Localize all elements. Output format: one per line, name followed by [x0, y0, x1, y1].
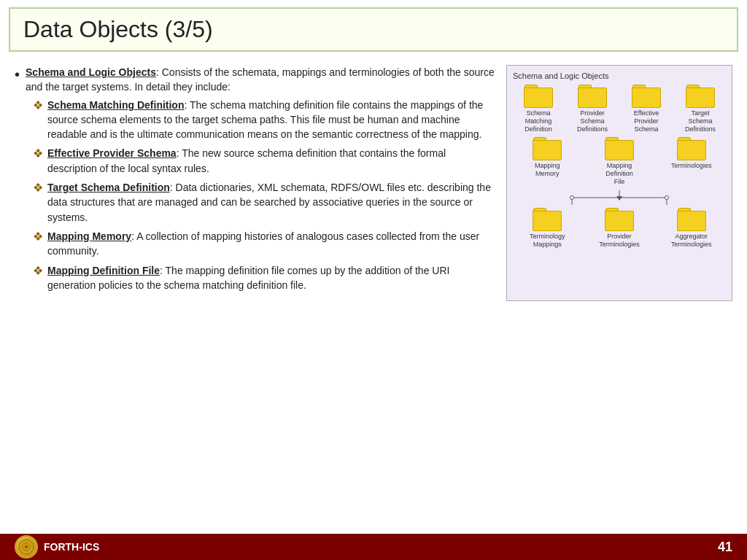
- folder-label-3: EffectiveProviderSchema: [634, 109, 659, 133]
- sub-item-3: ❖ Target Schema Definition: Data diction…: [33, 180, 495, 225]
- folder-icon-2: [578, 85, 607, 108]
- folder-schema-matching: SchemaMatchingDefinition: [513, 85, 564, 133]
- footer-page-number: 41: [718, 540, 732, 555]
- folder-icon-7: [677, 137, 706, 160]
- sub-item-5: ❖ Mapping Definition File: The mapping d…: [33, 263, 495, 293]
- folder-mapping-memory: MappingMemory: [513, 137, 582, 185]
- diamond-icon-5: ❖: [33, 263, 43, 279]
- diagram-row2: MappingMemory MappingDefinitionFile Term…: [513, 137, 726, 185]
- sub-content-1: Schema Matching Definition: The schema m…: [47, 98, 495, 142]
- diamond-icon-4: ❖: [33, 229, 43, 245]
- footer-org-name: FORTH-ICS: [44, 541, 99, 553]
- main-bullet: • Schema and Logic Objects: Consists of …: [15, 65, 495, 297]
- svg-marker-1: [616, 196, 622, 201]
- svg-point-9: [25, 545, 28, 548]
- diamond-icon-3: ❖: [33, 180, 43, 196]
- sub-item-1: ❖ Schema Matching Definition: The schema…: [33, 98, 495, 142]
- bullet-dot: •: [15, 65, 20, 297]
- footer: FORTH-ICS 41: [0, 534, 747, 560]
- sub-bullets: ❖ Schema Matching Definition: The schema…: [26, 98, 495, 293]
- folder-effective-provider: EffectiveProviderSchema: [621, 85, 672, 133]
- folder-label-9: ProviderTerminologies: [599, 233, 640, 249]
- diagram-row3: TerminologyMappings ProviderTerminologie…: [513, 208, 726, 249]
- diamond-icon-2: ❖: [33, 146, 43, 162]
- folder-icon-3: [632, 85, 661, 108]
- folder-label-10: AggregatorTerminologies: [671, 233, 712, 249]
- sub-item-4: ❖ Mapping Memory: A collection of mappin…: [33, 229, 495, 259]
- sub-content-5: Mapping Definition File: The mapping def…: [47, 263, 495, 293]
- title-bar: Data Objects (3/5): [9, 7, 738, 52]
- folder-target-schema: TargetSchemaDefinitions: [675, 85, 726, 133]
- sub-content-4: Mapping Memory: A collection of mapping …: [47, 229, 495, 259]
- sub-content-3: Target Schema Definition: Data dictionar…: [47, 180, 495, 225]
- svg-point-6: [665, 195, 669, 199]
- folder-icon-6: [605, 137, 634, 160]
- diagram-area: Schema and Logic Objects SchemaMatchingD…: [506, 65, 732, 301]
- forth-ics-logo: [15, 535, 38, 559]
- footer-left: FORTH-ICS: [15, 535, 99, 559]
- connector-svg: [514, 190, 725, 206]
- sub-term-3: Target Schema Definition: [47, 182, 170, 193]
- page-title: Data Objects (3/5): [23, 16, 724, 43]
- folder-provider-schema: ProviderSchemaDefinitions: [567, 85, 618, 133]
- sub-content-2: Effective Provider Schema: The new sourc…: [47, 146, 495, 176]
- bullet-content: Schema and Logic Objects: Consists of th…: [26, 65, 495, 297]
- folder-terminologies: Terminologies: [657, 137, 726, 185]
- folder-icon-10: [677, 208, 706, 231]
- folder-icon-5: [533, 137, 562, 160]
- folder-aggregator-terminologies: AggregatorTerminologies: [657, 208, 726, 249]
- sub-term-5: Mapping Definition File: [47, 265, 160, 276]
- folder-label-8: TerminologyMappings: [530, 233, 565, 249]
- main-content: • Schema and Logic Objects: Consists of …: [0, 58, 747, 301]
- folder-icon-1: [524, 85, 553, 108]
- folder-label-5: MappingMemory: [535, 162, 560, 178]
- diagram-row1: SchemaMatchingDefinition ProviderSchemaD…: [513, 85, 726, 133]
- diagram-title: Schema and Logic Objects: [513, 71, 726, 80]
- folder-mapping-def: MappingDefinitionFile: [585, 137, 654, 185]
- folder-terminology-mappings: TerminologyMappings: [513, 208, 582, 249]
- folder-label-6: MappingDefinitionFile: [605, 162, 633, 185]
- main-term: Schema and Logic Objects: [26, 66, 156, 78]
- folder-icon-8: [533, 208, 562, 231]
- folder-icon-9: [605, 208, 634, 231]
- folder-icon-4: [686, 85, 715, 108]
- folder-label-4: TargetSchemaDefinitions: [685, 109, 716, 133]
- sub-item-2: ❖ Effective Provider Schema: The new sou…: [33, 146, 495, 176]
- folder-label-2: ProviderSchemaDefinitions: [577, 109, 608, 133]
- text-area: • Schema and Logic Objects: Consists of …: [15, 65, 495, 301]
- folder-provider-terminologies: ProviderTerminologies: [585, 208, 654, 249]
- sub-term-1: Schema Matching Definition: [47, 99, 184, 111]
- svg-point-5: [570, 195, 574, 199]
- diamond-icon-1: ❖: [33, 98, 43, 114]
- folder-label-1: SchemaMatchingDefinition: [525, 109, 552, 133]
- sub-term-2: Effective Provider Schema: [47, 147, 177, 159]
- sub-term-4: Mapping Memory: [47, 230, 131, 242]
- folder-label-7: Terminologies: [671, 162, 712, 170]
